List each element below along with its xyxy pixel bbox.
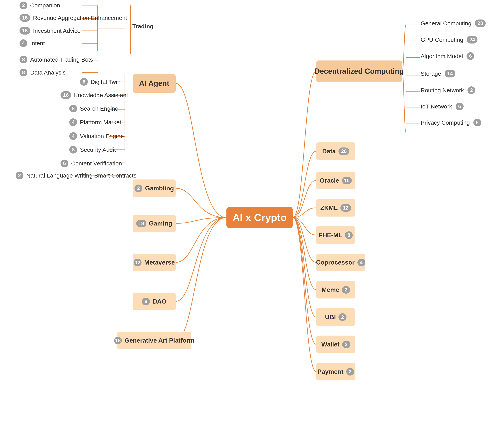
- intent-badge: 4: [19, 39, 27, 47]
- data-analysis-item: Data Analysis 8: [19, 69, 66, 76]
- investment-badge: 16: [19, 27, 30, 35]
- node-gambling: 2 Gambling: [133, 179, 176, 197]
- trading-label: Trading: [132, 23, 153, 30]
- node-coprocessor: Coprocessor 4: [316, 254, 365, 271]
- search-engine-badge: 8: [69, 105, 77, 112]
- trading-bots-item: Automated Trading Bots 8: [19, 56, 93, 63]
- knowledge-badge: 16: [60, 91, 71, 99]
- trading-bots-badge: 8: [19, 56, 27, 63]
- dc-storage-label: Storage: [421, 71, 441, 77]
- decentralized-label: Decentralized Computing: [314, 67, 404, 76]
- node-dao: 6 DAO: [133, 293, 176, 310]
- fheml-badge: 8: [345, 231, 353, 239]
- dc-iot: IoT Network 6: [421, 103, 464, 110]
- dao-label: DAO: [153, 298, 167, 305]
- dc-general-label: General Computing: [421, 20, 471, 27]
- dc-general: General Computing 28: [421, 19, 486, 27]
- companion-badge: 2: [19, 2, 27, 9]
- ubi-badge: 2: [338, 313, 346, 321]
- node-gaming: 18 Gaming: [133, 215, 176, 232]
- dc-storage-badge: 14: [445, 70, 455, 77]
- dc-general-badge: 28: [475, 19, 486, 27]
- revenue-label: Revenue Aggregation Enhancement: [33, 15, 127, 21]
- data-analysis-badge: 8: [19, 69, 27, 76]
- dc-routing-label: Routing Network: [421, 87, 464, 94]
- search-engine-item: Search Engine 8: [69, 105, 118, 112]
- trading-bots-label: Automated Trading Bots: [30, 56, 93, 63]
- platform-market-label: Platform Market: [80, 119, 121, 126]
- revenue-badge: 16: [19, 14, 30, 22]
- companion-label: Companion: [30, 2, 60, 9]
- gambling-label: Gambling: [145, 185, 174, 192]
- intent-label: Intent: [30, 40, 45, 47]
- valuation-engine-badge: 4: [69, 132, 77, 140]
- fheml-label: FHE-ML: [319, 231, 342, 239]
- metaverse-badge: 12: [134, 259, 142, 266]
- content-verification-item: Content Verification 6: [60, 160, 122, 167]
- valuation-engine-item: Valuation Engine 4: [69, 132, 124, 140]
- nlwsc-item: Natural Language Writing Smart Contracts…: [16, 172, 137, 179]
- dc-gpu-label: GPU Computing: [421, 36, 463, 43]
- knowledge-item: Knowledge Assistant 16: [60, 91, 128, 99]
- dc-routing: Routing Network 2: [421, 86, 475, 94]
- node-aiagent: AI Agent: [133, 74, 176, 93]
- ubi-label: UBI: [325, 314, 336, 321]
- dc-privacy-badge: 6: [473, 119, 481, 126]
- meme-badge: 2: [342, 286, 350, 294]
- payment-label: Payment: [317, 368, 343, 375]
- meme-label: Meme: [322, 286, 339, 293]
- node-oracle: Oracle 10: [316, 172, 355, 189]
- investment-item: Investment Advice 16: [19, 27, 80, 35]
- companion-item: Companion 2: [19, 2, 60, 9]
- zkml-badge: 12: [340, 204, 351, 212]
- data-label: Data: [322, 148, 336, 155]
- platform-market-item: Platform Market 4: [69, 119, 121, 126]
- valuation-engine-label: Valuation Engine: [80, 133, 124, 139]
- wallet-badge: 2: [342, 341, 350, 348]
- content-verification-label: Content Verification: [71, 160, 122, 167]
- oracle-label: Oracle: [320, 177, 339, 184]
- payment-badge: 2: [346, 368, 354, 376]
- dc-gpu-badge: 24: [467, 36, 477, 43]
- node-zkml: ZKML 12: [316, 199, 355, 217]
- security-audit-label: Security Audit: [80, 147, 115, 153]
- node-data: Data 26: [316, 142, 355, 160]
- node-decentralized: Decentralized Computing: [316, 60, 402, 82]
- dc-routing-badge: 2: [468, 86, 475, 94]
- dc-iot-label: IoT Network: [421, 103, 452, 110]
- genart-badge: 18: [114, 337, 122, 344]
- knowledge-label: Knowledge Assistant: [74, 92, 128, 99]
- node-fheml: FHE-ML 8: [316, 226, 355, 244]
- data-badge: 26: [338, 148, 349, 155]
- zkml-label: ZKML: [320, 204, 338, 212]
- dc-privacy-label: Privacy Computing: [421, 119, 470, 126]
- security-audit-item: Security Audit 8: [69, 146, 116, 154]
- node-genart: 18 Generative Art Platform: [117, 332, 191, 349]
- digital-twin-label: Digital Twin: [90, 79, 120, 85]
- dc-privacy: Privacy Computing 6: [421, 119, 481, 126]
- aiagent-label: AI Agent: [139, 79, 169, 88]
- coprocessor-label: Coprocessor: [316, 259, 354, 266]
- node-wallet: Wallet 2: [316, 336, 355, 353]
- node-meme: Meme 2: [316, 281, 355, 298]
- dc-algo-label: Algorithm Model: [421, 53, 463, 59]
- dc-storage: Storage 14: [421, 70, 455, 77]
- node-ubi: UBI 2: [316, 308, 355, 326]
- digital-twin-badge: 8: [80, 78, 88, 86]
- center-node: AI x Crypto: [226, 207, 293, 228]
- nlwsc-badge: 2: [16, 172, 24, 179]
- node-payment: Payment 2: [316, 363, 355, 380]
- gaming-label: Gaming: [149, 220, 172, 227]
- coprocessor-badge: 4: [357, 259, 365, 266]
- gambling-badge-left: 2: [134, 184, 142, 192]
- metaverse-label: Metaverse: [144, 259, 175, 266]
- genart-label: Generative Art Platform: [125, 337, 194, 344]
- platform-market-badge: 4: [69, 119, 77, 126]
- node-metaverse: 12 Metaverse: [133, 254, 176, 271]
- nlwsc-label: Natural Language Writing Smart Contracts: [26, 172, 137, 179]
- dc-algo: Algorithm Model 6: [421, 52, 474, 60]
- data-analysis-label: Data Analysis: [30, 69, 66, 76]
- wallet-label: Wallet: [321, 341, 339, 348]
- dc-iot-badge: 6: [456, 103, 463, 110]
- dc-gpu: GPU Computing 24: [421, 36, 477, 43]
